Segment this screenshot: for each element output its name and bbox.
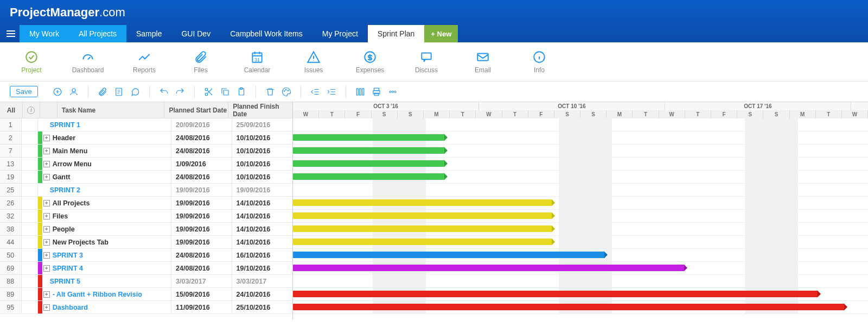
nav-files[interactable]: Files	[184, 50, 217, 74]
task-row[interactable]: 19+Gantt24/08/201610/10/2016	[0, 171, 292, 184]
row-info-cell[interactable]	[22, 118, 38, 131]
task-row[interactable]: 88SPRINT 53/03/20173/03/2017	[0, 275, 292, 288]
row-info-cell[interactable]	[22, 288, 38, 300]
col-header-name[interactable]: Task Name	[58, 102, 165, 118]
person-icon[interactable]	[68, 86, 79, 97]
task-row[interactable]: 2+Header24/08/201610/10/2016	[0, 131, 292, 145]
gantt-bar[interactable]	[293, 225, 552, 232]
nav-email[interactable]: Email	[467, 50, 499, 74]
gantt-bar[interactable]	[293, 147, 445, 154]
copy-icon[interactable]	[220, 86, 231, 97]
row-number[interactable]: 44	[0, 236, 22, 248]
task-row[interactable]: 25SPRINT 219/09/201619/09/2016	[0, 184, 292, 197]
row-info-cell[interactable]	[22, 197, 38, 209]
indent-icon[interactable]	[326, 86, 337, 97]
expand-icon[interactable]: +	[43, 213, 50, 220]
col-header-all[interactable]: All	[0, 102, 23, 118]
nav-issues[interactable]: Issues	[297, 50, 330, 74]
gantt-row[interactable]	[293, 288, 868, 301]
task-row[interactable]: 50+SPRINT 324/08/201616/10/2016	[0, 249, 292, 262]
row-info-cell[interactable]	[22, 262, 38, 274]
gantt-row[interactable]	[293, 275, 868, 288]
start-date[interactable]: 19/09/2016	[171, 223, 232, 235]
col-header-start[interactable]: Planned Start Date	[164, 102, 228, 118]
paperclip-icon[interactable]	[97, 86, 108, 97]
finish-date[interactable]: 14/10/2016	[232, 210, 292, 222]
tab-gui-dev[interactable]: GUI Dev	[171, 25, 220, 42]
print-icon[interactable]	[371, 86, 382, 97]
comment-icon[interactable]	[130, 86, 141, 97]
finish-date[interactable]: 3/03/2017	[232, 275, 292, 287]
row-info-cell[interactable]	[22, 131, 38, 144]
row-number[interactable]: 69	[0, 262, 22, 274]
tab-all-projects[interactable]: All Projects	[69, 25, 126, 42]
columns-icon[interactable]	[355, 86, 366, 97]
row-number[interactable]: 95	[0, 301, 22, 314]
expand-icon[interactable]: +	[43, 135, 50, 141]
start-date[interactable]: 24/08/2016	[171, 171, 232, 183]
start-date[interactable]: 20/09/2016	[171, 118, 232, 131]
gantt-row[interactable]	[293, 145, 868, 158]
nav-discuss[interactable]: Discuss	[410, 50, 443, 74]
tab-sample[interactable]: Sample	[126, 25, 171, 42]
finish-date[interactable]: 10/10/2016	[232, 158, 292, 170]
task-row[interactable]: 1SPRINT 120/09/201625/09/2016	[0, 118, 292, 131]
start-date[interactable]: 15/09/2016	[171, 288, 232, 300]
start-date[interactable]: 3/03/2017	[171, 275, 232, 287]
task-row[interactable]: 44+New Projects Tab19/09/201614/10/2016	[0, 236, 292, 249]
row-number[interactable]: 2	[0, 131, 22, 144]
task-row[interactable]: 69+SPRINT 424/08/201619/10/2016	[0, 262, 292, 275]
row-info-cell[interactable]	[22, 145, 38, 157]
start-date[interactable]: 19/09/2016	[171, 184, 232, 196]
gantt-row[interactable]	[293, 118, 868, 131]
tab-my-project[interactable]: My Project	[312, 25, 368, 42]
gantt-row[interactable]	[293, 184, 868, 197]
row-info-cell[interactable]	[22, 249, 38, 261]
row-info-cell[interactable]	[22, 223, 38, 235]
cut-icon[interactable]	[203, 86, 214, 97]
task-row[interactable]: 26+All Projects19/09/201614/10/2016	[0, 197, 292, 210]
gantt-bar[interactable]	[293, 199, 552, 206]
start-date[interactable]: 1/09/2016	[171, 158, 232, 170]
nav-calendar[interactable]: 31Calendar	[241, 50, 273, 74]
row-number[interactable]: 89	[0, 288, 22, 300]
start-date[interactable]: 19/09/2016	[171, 197, 232, 209]
task-row[interactable]: 38+People19/09/201614/10/2016	[0, 223, 292, 236]
row-info-cell[interactable]	[22, 275, 38, 287]
expand-icon[interactable]: +	[43, 174, 50, 180]
gantt-bar[interactable]	[293, 239, 552, 245]
finish-date[interactable]: 16/10/2016	[232, 249, 292, 261]
finish-date[interactable]: 19/09/2016	[232, 184, 292, 196]
finish-date[interactable]: 10/10/2016	[232, 145, 292, 157]
gantt-row[interactable]	[293, 223, 868, 236]
gantt-bar[interactable]	[293, 252, 605, 258]
start-date[interactable]: 24/08/2016	[171, 249, 232, 261]
start-date[interactable]: 24/08/2016	[171, 262, 232, 274]
row-number[interactable]: 26	[0, 197, 22, 209]
gantt-bar[interactable]	[293, 304, 845, 310]
expand-icon[interactable]: +	[43, 239, 50, 246]
palette-icon[interactable]	[281, 86, 292, 97]
finish-date[interactable]: 25/09/2016	[232, 118, 292, 131]
gantt-bar[interactable]	[293, 160, 445, 167]
gantt-row[interactable]	[293, 236, 868, 249]
row-number[interactable]: 88	[0, 275, 22, 287]
expand-icon[interactable]: +	[43, 200, 50, 206]
tab--new[interactable]: + New	[424, 25, 458, 42]
nav-dashboard[interactable]: Dashboard	[72, 50, 104, 74]
redo-icon[interactable]	[175, 86, 186, 97]
finish-date[interactable]: 14/10/2016	[232, 223, 292, 235]
row-number[interactable]: 38	[0, 223, 22, 235]
gantt-bar[interactable]	[293, 173, 445, 180]
gantt-row[interactable]	[293, 131, 868, 145]
row-number[interactable]: 19	[0, 171, 22, 183]
gantt-row[interactable]	[293, 171, 868, 184]
row-number[interactable]: 32	[0, 210, 22, 222]
nav-expenses[interactable]: Expenses	[354, 50, 386, 74]
note-icon[interactable]	[113, 86, 124, 97]
task-row[interactable]: 32+Files19/09/201614/10/2016	[0, 210, 292, 223]
row-number[interactable]: 25	[0, 184, 22, 196]
row-info-cell[interactable]	[22, 236, 38, 248]
finish-date[interactable]: 24/10/2016	[232, 288, 292, 300]
tab-sprint-plan[interactable]: Sprint Plan	[368, 25, 424, 42]
